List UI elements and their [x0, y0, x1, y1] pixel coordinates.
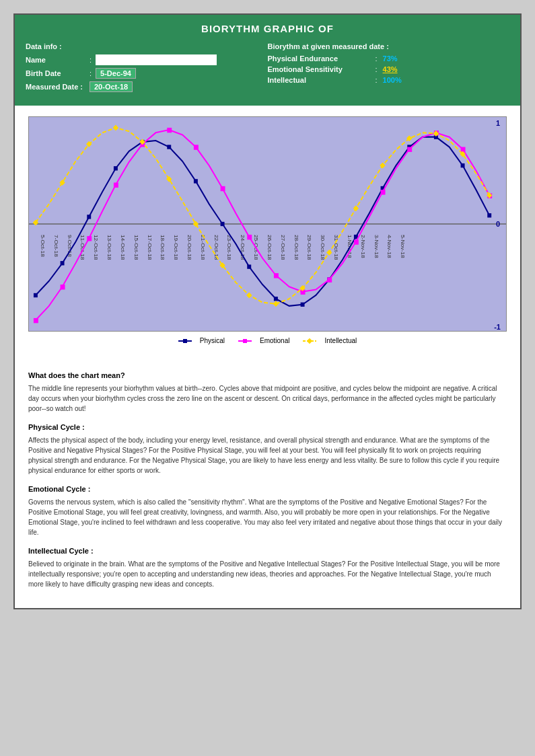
emotional-value: 43%: [383, 65, 398, 73]
svg-rect-50: [487, 213, 491, 217]
chart-svg: 1 0 -1 5-Oct-18 7-Oct-18 9-Oct-18 11-Oct…: [29, 117, 506, 331]
svg-text:12-Oct-18: 12-Oct-18: [93, 235, 99, 260]
svg-text:30-Oct-18: 30-Oct-18: [320, 235, 326, 260]
intellectual-colon: :: [376, 76, 378, 84]
svg-text:-1: -1: [494, 323, 501, 331]
svg-rect-88: [183, 339, 187, 343]
svg-text:20-Oct-18: 20-Oct-18: [186, 235, 192, 260]
birth-date-label: Birth Date: [26, 69, 90, 77]
legend-physical: Physical: [178, 337, 225, 344]
svg-rect-62: [327, 278, 332, 282]
svg-text:1: 1: [496, 118, 500, 126]
svg-rect-49: [461, 163, 465, 167]
svg-text:26-Oct-18: 26-Oct-18: [266, 235, 273, 260]
svg-text:5-Oct-18: 5-Oct-18: [40, 235, 46, 257]
svg-rect-56: [167, 128, 172, 133]
svg-rect-57: [194, 145, 199, 149]
svg-rect-59: [247, 235, 252, 239]
svg-text:9-Oct-18: 9-Oct-18: [67, 235, 73, 257]
content-area: What does the chart mean? The middle lin…: [15, 355, 520, 608]
svg-rect-65: [407, 147, 412, 152]
svg-text:19-Oct-18: 19-Oct-18: [173, 235, 179, 260]
birth-date-colon: :: [90, 69, 92, 77]
svg-rect-40: [221, 222, 225, 226]
svg-rect-36: [114, 166, 118, 170]
svg-rect-35: [87, 215, 91, 219]
svg-rect-53: [87, 236, 92, 241]
svg-text:29-Oct-18: 29-Oct-18: [307, 235, 313, 260]
svg-text:0: 0: [496, 220, 500, 228]
svg-text:2-Nov-18: 2-Nov-18: [360, 235, 366, 258]
svg-rect-33: [34, 293, 38, 297]
svg-text:28-Oct-18: 28-Oct-18: [293, 235, 299, 260]
name-input[interactable]: [96, 54, 217, 65]
svg-rect-92: [307, 338, 312, 343]
svg-text:5-Nov-18: 5-Nov-18: [400, 235, 406, 258]
svg-rect-54: [114, 183, 118, 188]
biorythm-label: Biorythm at given measured date :: [268, 42, 510, 50]
svg-text:27-Oct-18: 27-Oct-18: [280, 235, 286, 260]
physical-label: Physical Endurance: [268, 54, 376, 63]
svg-text:21-Oct-18: 21-Oct-18: [200, 235, 206, 260]
svg-text:13-Oct-18: 13-Oct-18: [106, 235, 112, 260]
chart-meaning-text: The middle line represents your biorhyth…: [28, 383, 507, 414]
svg-rect-43: [301, 303, 305, 307]
header-section: BIORYTHM GRAPHIC OF Data info : Name : B…: [15, 15, 520, 106]
chart-container: 1 0 -1 5-Oct-18 7-Oct-18 9-Oct-18 11-Oct…: [28, 116, 507, 332]
physical-value: 73%: [383, 54, 398, 63]
intellectual-value: 100%: [383, 76, 402, 84]
svg-text:15-Oct-18: 15-Oct-18: [133, 235, 139, 260]
svg-rect-60: [274, 273, 279, 278]
svg-text:7-Oct-18: 7-Oct-18: [53, 235, 59, 257]
page-title: BIORYTHM GRAPHIC OF: [26, 23, 509, 34]
name-colon: :: [90, 56, 92, 64]
svg-rect-63: [354, 239, 359, 244]
physical-colon: :: [376, 54, 378, 63]
legend-emotional-label: Emotional: [260, 337, 289, 344]
svg-rect-64: [381, 190, 386, 194]
page-container: BIORYTHM GRAPHIC OF Data info : Name : B…: [13, 13, 522, 609]
svg-rect-67: [461, 147, 466, 152]
svg-rect-51: [34, 318, 38, 323]
svg-rect-58: [221, 186, 225, 191]
physical-cycle-text: Affects the physical aspect of the body,…: [28, 435, 507, 476]
svg-rect-39: [194, 179, 198, 183]
svg-rect-90: [243, 339, 247, 343]
svg-rect-52: [61, 285, 65, 289]
birth-date-value: 5-Dec-94: [96, 68, 136, 79]
chart-area: 1 0 -1 5-Oct-18 7-Oct-18 9-Oct-18 11-Oct…: [15, 106, 520, 355]
data-info-label: Data info :: [26, 42, 268, 50]
svg-rect-38: [167, 145, 171, 149]
emotional-colon: :: [376, 65, 378, 73]
measured-date-label: Measured Date :: [26, 83, 90, 91]
intellectual-cycle-title: Intellectual Cycle :: [28, 547, 507, 555]
legend-physical-label: Physical: [200, 337, 225, 344]
emotional-label: Emotional Sensitivity: [268, 65, 376, 73]
chart-legend: Physical Emotional Intellectual: [28, 337, 507, 344]
physical-cycle-title: Physical Cycle :: [28, 423, 507, 431]
svg-text:17-Oct-18: 17-Oct-18: [147, 235, 153, 260]
legend-intellectual-label: Intellectual: [324, 337, 357, 344]
chart-meaning-title: What does the chart mean?: [28, 371, 507, 379]
emotional-cycle-title: Emotional Cycle :: [28, 485, 507, 493]
svg-rect-34: [61, 261, 65, 265]
svg-rect-41: [247, 264, 251, 268]
legend-emotional: Emotional: [238, 337, 289, 344]
svg-text:14-Oct-18: 14-Oct-18: [120, 235, 126, 260]
legend-intellectual: Intellectual: [303, 337, 357, 344]
svg-text:3-Nov-18: 3-Nov-18: [373, 235, 380, 258]
svg-rect-42: [274, 297, 278, 301]
emotional-cycle-text: Governs the nervous system, which is als…: [28, 497, 507, 537]
intellectual-cycle-text: Believed to originate in the brain. What…: [28, 559, 507, 589]
intellectual-label: Intellectual: [268, 76, 376, 84]
svg-text:31-Oct-18: 31-Oct-18: [333, 235, 339, 260]
svg-text:18-Oct-18: 18-Oct-18: [159, 235, 166, 260]
measured-date-value: 20-Oct-18: [90, 81, 133, 92]
name-label: Name: [26, 56, 90, 64]
svg-text:4-Nov-18: 4-Nov-18: [387, 235, 393, 258]
